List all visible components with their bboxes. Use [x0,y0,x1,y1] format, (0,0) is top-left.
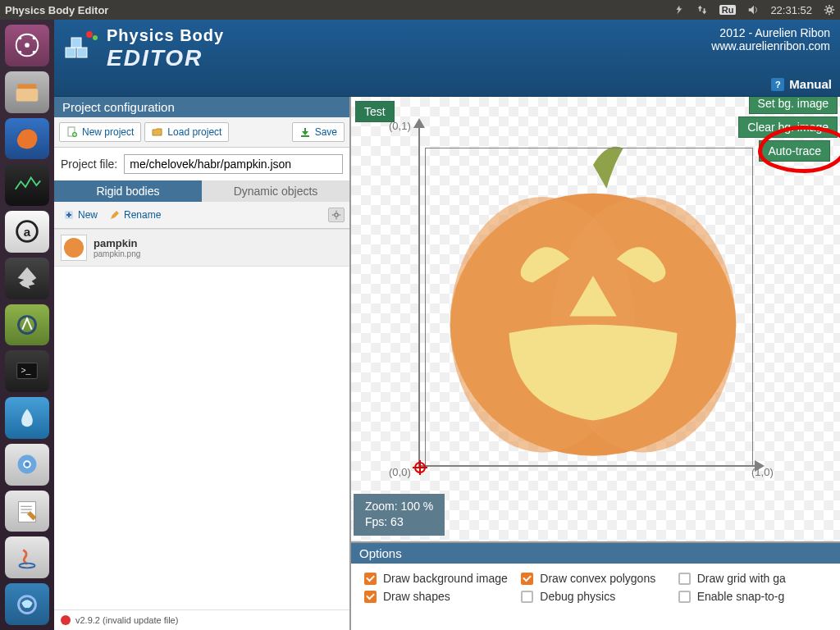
launcher-paint[interactable] [5,583,49,625]
zoom-value: Zoom: 100 % [365,499,433,515]
status-text: v2.9.2 (invalid update file) [75,615,178,625]
body-thumbnail [61,235,87,261]
launcher-drop[interactable] [5,397,49,439]
checkbox-draw-bg[interactable]: Draw background image [364,572,513,585]
load-project-label: Load project [167,126,221,138]
svg-point-35 [86,31,93,38]
launcher-editor[interactable] [5,491,49,532]
status-error-icon [61,615,71,625]
new-project-button[interactable]: New project [59,122,141,142]
gear-icon[interactable] [824,4,835,16]
launcher-app-a[interactable]: a [5,211,49,253]
svg-rect-41 [301,135,309,137]
new-body-button[interactable]: New [59,207,102,223]
unity-launcher: a >_ [0,20,54,630]
clock[interactable]: 22:31:52 [770,4,812,16]
svg-point-30 [20,563,35,568]
rename-body-button[interactable]: Rename [105,207,165,223]
credits: 2012 - Aurelien Ribon www.aurelienribon.… [711,26,830,52]
svg-point-11 [19,37,22,40]
body-filename: pampkin.png [94,249,140,258]
launcher-firefox[interactable] [5,118,49,160]
svg-point-13 [19,51,22,54]
clear-bg-button[interactable]: Clear bg. image [738,116,838,138]
canvas-area[interactable]: (0,1) (0,0) (1,0) Test Set bg. image Cle… [351,97,840,630]
fps-value: Fps: 63 [365,514,433,531]
svg-rect-32 [66,48,75,57]
body-name: pampkin [94,237,140,249]
coord-1-0: (1,0) [751,466,774,478]
launcher-inkscape[interactable] [5,258,49,299]
new-project-label: New project [82,126,134,138]
bodies-toolbar: New Rename [54,202,349,229]
app-banner: Physics Body EDITOR 2012 - Aurelien Ribo… [54,20,840,97]
credit-url: www.aurelienribon.com [711,39,830,52]
checkbox-snap[interactable]: Enable snap-to-g [678,590,827,603]
svg-rect-34 [71,38,81,48]
tab-rigid-bodies[interactable]: Rigid bodies [54,180,202,202]
project-file-input[interactable] [124,154,343,174]
axis-y-line [418,126,420,467]
launcher-java[interactable] [5,536,49,578]
content-area: Project configuration New project Load p… [54,97,840,630]
system-top-bar: Physics Body Editor Ru 22:31:52 [0,0,840,20]
svg-text:a: a [24,225,31,239]
app-name-line1: Physics Body [107,26,224,45]
save-label: Save [315,126,337,138]
app-window: Physics Body EDITOR 2012 - Aurelien Ribo… [54,20,840,630]
test-button[interactable]: Test [355,101,395,122]
body-list-item[interactable]: pampkin pampkin.png [54,229,349,267]
launcher-chromium[interactable] [5,444,49,486]
launcher-files[interactable] [5,71,49,113]
launcher-terminal[interactable]: >_ [5,350,49,392]
load-project-button[interactable]: Load project [144,122,229,142]
coord-0-0: (0,0) [389,466,411,478]
launcher-dash[interactable] [5,25,49,66]
network-icon[interactable] [673,4,685,16]
svg-rect-15 [18,84,37,89]
bodies-list[interactable]: pampkin pampkin.png [54,229,349,609]
svg-point-14 [33,51,36,54]
svg-text:>_: >_ [21,366,30,375]
left-panel: Project configuration New project Load p… [54,97,351,630]
checkbox-debug-physics[interactable]: Debug physics [521,590,669,603]
save-button[interactable]: Save [292,122,345,142]
project-config-heading: Project configuration [54,97,349,117]
svg-point-36 [93,35,98,40]
app-logo: Physics Body EDITOR [62,26,224,71]
checkbox-draw-grid[interactable]: Draw grid with ga [678,572,827,585]
window-title: Physics Body Editor [5,4,673,16]
svg-rect-16 [16,89,39,101]
auto-trace-button[interactable]: Auto-trace [759,140,830,162]
svg-point-25 [25,462,30,467]
launcher-monitor[interactable] [5,164,49,206]
credit-year: 2012 - Aurelien Ribon [711,26,830,39]
checkbox-draw-convex[interactable]: Draw convex polygons [521,572,669,585]
svg-point-12 [33,37,36,40]
svg-rect-33 [77,48,87,57]
volume-icon[interactable] [747,4,759,16]
axis-y-arrow-icon [413,118,425,128]
project-file-row: Project file: [54,148,349,180]
app-name-line2: EDITOR [107,45,224,71]
checkbox-draw-shapes[interactable]: Draw shapes [364,590,513,603]
keyboard-layout-indicator[interactable]: Ru [719,5,737,15]
axis-x-line [418,465,756,467]
launcher-android-studio[interactable] [5,304,49,346]
system-tray: Ru 22:31:52 [673,4,835,16]
svg-line-5 [826,7,827,7]
options-panel: Options Draw background image Draw conve… [351,541,840,630]
svg-line-6 [832,12,833,13]
set-bg-button[interactable]: Set bg. image [749,97,838,114]
origin-marker-icon[interactable] [412,459,428,476]
folder-open-icon [152,126,163,138]
updown-icon[interactable] [696,4,708,16]
save-icon [299,126,311,138]
manual-link[interactable]: ? Manual [771,77,832,91]
bodies-settings-button[interactable] [328,208,345,222]
tab-dynamic-objects[interactable]: Dynamic objects [202,180,349,202]
project-file-label: Project file: [61,158,117,171]
manual-label: Manual [789,77,832,91]
svg-point-0 [827,7,831,11]
body-tabs: Rigid bodies Dynamic objects [54,180,349,202]
